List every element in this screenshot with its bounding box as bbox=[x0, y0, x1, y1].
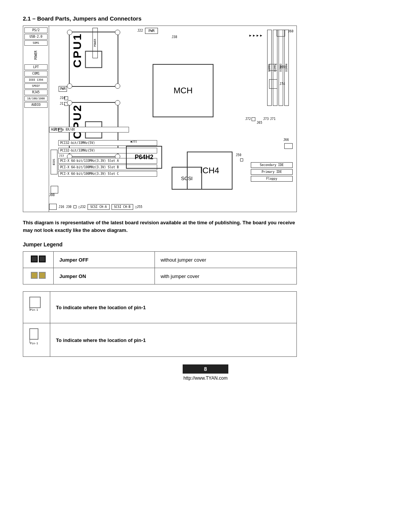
pin-row-2: Pin-1 To indicate where the location of … bbox=[23, 323, 297, 357]
j65-label: J65 bbox=[257, 121, 262, 125]
pin-desc-cell-2: To indicate where the location of pin-1 bbox=[50, 323, 297, 357]
j66-label: J66 bbox=[284, 138, 289, 142]
j50-box bbox=[240, 158, 243, 161]
page-number-bar: 8 bbox=[183, 364, 228, 374]
j08-box bbox=[51, 186, 58, 193]
page-url: http://www.TYAN.com bbox=[23, 375, 388, 381]
pci-slot-1: PCI32-bit/33MHz(5V) bbox=[58, 140, 157, 146]
jumper-on-label: Jumper ON bbox=[59, 273, 86, 279]
pin-icon-1: Pin-1 bbox=[29, 296, 44, 313]
bottom-row: J16 J30 □J32 SCSI CH-A SCSI CH-B □J55 bbox=[49, 204, 142, 210]
j50-label: J50 bbox=[236, 153, 241, 157]
j19-box bbox=[58, 128, 62, 132]
right-connectors: Secondary IDE Primary IDE Floppy bbox=[249, 161, 295, 183]
pin-desc-1: To indicate where the location of pin-1 bbox=[56, 305, 146, 310]
description-text1: This diagram is representative of the la… bbox=[23, 220, 241, 225]
jumper-off-row: Jumper OFF without jumper cover bbox=[23, 252, 297, 268]
j38-label: J38 bbox=[172, 35, 177, 39]
port-ethernet: 10/100/1000 bbox=[24, 96, 48, 101]
j10-box bbox=[64, 96, 68, 100]
cpu2-label: CPU2 bbox=[71, 104, 84, 139]
jumper-legend-title: Jumper Legend bbox=[23, 241, 388, 248]
jumper-off-icon bbox=[31, 256, 46, 262]
j69-label: J69 bbox=[280, 66, 285, 69]
pwr-connector: PWR bbox=[145, 28, 158, 34]
power-arrows: ▶▶▶▶ bbox=[249, 34, 262, 37]
pin-desc-cell-1: To indicate where the location of pin-1 bbox=[50, 292, 297, 323]
j74-box bbox=[269, 79, 277, 89]
jumper-on-desc-cell: with jumper cover bbox=[155, 268, 296, 284]
svg-text:Pin-1: Pin-1 bbox=[30, 308, 38, 312]
cpu1-label: CPU1 bbox=[71, 33, 84, 68]
pci-slot-5: PCI-X 64-bit/100MHz(3.3V) Slot C bbox=[58, 171, 157, 177]
port-power-label: POWER bbox=[34, 46, 38, 64]
j16-label: J16 bbox=[59, 205, 64, 209]
jumper-sq-gold-2 bbox=[39, 272, 46, 279]
scsi-cha-box: SCSI CH-A bbox=[88, 204, 109, 210]
port-lpt: LPT bbox=[24, 64, 48, 70]
svg-rect-0 bbox=[30, 297, 40, 308]
j72-box bbox=[252, 117, 255, 121]
mch-box: MCH bbox=[153, 64, 213, 117]
pin-table: Pin-1 To indicate where the location of … bbox=[23, 291, 297, 357]
jumper-off-icon-cell bbox=[23, 252, 54, 268]
j08-label: J08 bbox=[49, 193, 54, 197]
floppy-connector: Floppy bbox=[251, 176, 293, 182]
description-block: This diagram is representative of the la… bbox=[23, 219, 297, 234]
page-footer: 8 http://www.TYAN.com bbox=[23, 364, 388, 381]
jumper-on-label-cell: Jumper ON bbox=[54, 268, 155, 284]
pin-icon-2: Pin-1 bbox=[29, 328, 44, 347]
pin-icon-cell-2: Pin-1 bbox=[23, 323, 50, 357]
j71-label: J71 bbox=[270, 117, 276, 121]
j30-label: J30 bbox=[66, 205, 71, 209]
j73-label: J73 bbox=[263, 117, 269, 121]
j74-label: J74 bbox=[280, 82, 285, 86]
jumper-table: Jumper OFF without jumper cover Jumper O… bbox=[23, 251, 297, 284]
port-som1: SOM1 bbox=[24, 40, 48, 46]
port-usb: USB-2.0 bbox=[24, 34, 48, 40]
port-audio: AUDIO bbox=[24, 102, 48, 108]
port-rj45: RJ45 bbox=[24, 89, 48, 95]
cpu1-inner-box bbox=[85, 51, 102, 68]
port-ieee: IEEE 1394 bbox=[24, 77, 48, 83]
scsi-box: SCSI bbox=[172, 167, 202, 190]
board-diagram: PS/2 USB-2.0 SOM1 POWER LPT COM1 IEEE 13… bbox=[23, 26, 297, 212]
jumper-on-icon-cell bbox=[23, 268, 54, 284]
secondary-ide-connector: Secondary IDE bbox=[251, 162, 293, 168]
port-panel: PS/2 USB-2.0 SOM1 POWER LPT COM1 IEEE 13… bbox=[23, 26, 49, 212]
j66-box bbox=[284, 143, 293, 149]
svg-text:Pin-1: Pin-1 bbox=[30, 342, 38, 345]
cpu1-corner-tr bbox=[115, 30, 120, 35]
jumper-off-desc-cell: without jumper cover bbox=[155, 252, 296, 268]
jumper-off-label: Jumper OFF bbox=[59, 257, 89, 263]
jumper-sq-gold-1 bbox=[31, 272, 38, 279]
jumper-on-icon bbox=[31, 272, 46, 279]
j69-box bbox=[269, 64, 277, 71]
j32-label: □J32 bbox=[78, 205, 86, 209]
j72-label: J72 bbox=[245, 117, 251, 121]
svg-rect-3 bbox=[30, 329, 38, 339]
port-com1: COM1 bbox=[24, 71, 48, 77]
scsi-chb-box: SCSI CH-B bbox=[112, 204, 133, 210]
port-ps2: PS/2 bbox=[24, 27, 48, 33]
p64h2-box: P64H2 bbox=[126, 146, 162, 169]
jumper-on-row: Jumper ON with jumper cover bbox=[23, 268, 297, 284]
pin-desc-2: To indicate where the location of pin-1 bbox=[56, 337, 146, 343]
pin-svg-2: Pin-1 bbox=[29, 328, 44, 345]
pin-row-1: Pin-1 To indicate where the location of … bbox=[23, 292, 297, 323]
pin-svg-1: Pin-1 bbox=[29, 296, 44, 312]
primary-ide-connector: Primary IDE bbox=[251, 169, 293, 175]
cpu1-corner-bl bbox=[67, 83, 72, 89]
j31-label: ▣J31 bbox=[131, 140, 137, 143]
section-title: 2.1 – Board Parts, Jumpers and Connector… bbox=[23, 15, 388, 22]
bios-box: BIOS bbox=[51, 150, 57, 174]
pin-icon-cell-1: Pin-1 bbox=[23, 292, 50, 323]
cpu2-corner-tr bbox=[115, 100, 120, 105]
jumper-on-desc: with jumper cover bbox=[161, 273, 199, 279]
cpu1-corner-br bbox=[115, 83, 120, 89]
j22-label: J22 bbox=[137, 29, 143, 32]
jumper-off-desc: without jumper cover bbox=[161, 257, 206, 263]
j30-box bbox=[73, 205, 76, 208]
jumper-sq-2 bbox=[39, 256, 46, 262]
j16-box bbox=[49, 204, 57, 210]
